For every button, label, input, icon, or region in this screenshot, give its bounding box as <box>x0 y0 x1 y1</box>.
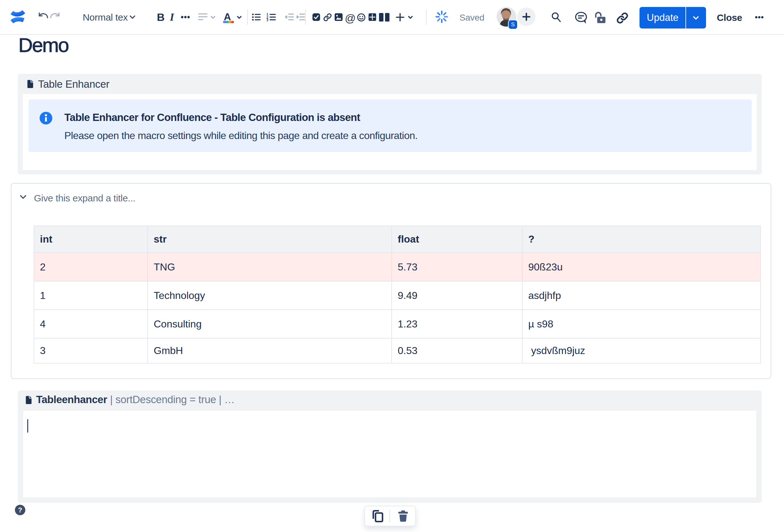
svg-text:3: 3 <box>267 18 269 21</box>
